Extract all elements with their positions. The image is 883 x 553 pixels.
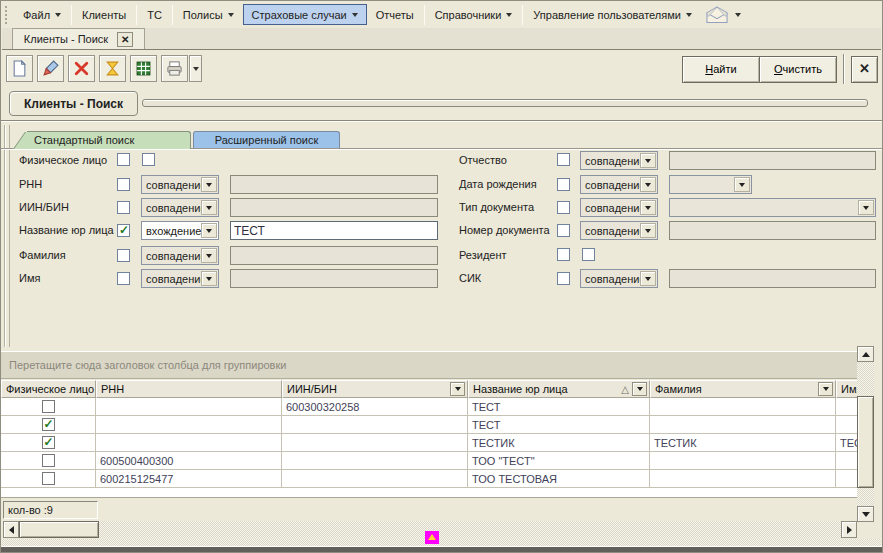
column-header-family[interactable]: Фамилия xyxy=(650,380,836,398)
scroll-up-button[interactable] xyxy=(857,346,874,362)
mail-menu-button[interactable] xyxy=(705,6,741,24)
clear-button[interactable]: Очистить xyxy=(759,56,837,83)
column-header-rnn[interactable]: РНН xyxy=(96,380,282,398)
sik-match-select[interactable]: совпадение xyxy=(580,269,658,288)
tab-standard-search[interactable]: Стандартный поиск xyxy=(27,131,191,149)
column-filter-button[interactable] xyxy=(632,382,647,396)
close-tab-icon[interactable]: ✕ xyxy=(117,32,133,47)
delete-record-button[interactable] xyxy=(68,55,95,82)
column-filter-button[interactable] xyxy=(450,382,465,396)
edit-record-button[interactable] xyxy=(37,55,64,82)
rnn-enable-checkbox[interactable] xyxy=(117,178,130,191)
iin-bin-match-select[interactable]: совпадение xyxy=(141,198,219,217)
family-input[interactable] xyxy=(230,246,438,265)
scroll-down-button[interactable] xyxy=(857,506,874,522)
divider xyxy=(1,120,882,122)
chevron-down-icon[interactable] xyxy=(201,200,217,215)
birthdate-picker[interactable] xyxy=(669,175,752,194)
row-checkbox[interactable] xyxy=(42,418,55,431)
print-dropdown-button[interactable] xyxy=(189,55,202,82)
imya-enable-checkbox[interactable] xyxy=(117,272,130,285)
chevron-down-icon[interactable] xyxy=(640,200,656,215)
jur-name-input[interactable] xyxy=(231,222,437,239)
chevron-down-icon[interactable] xyxy=(201,248,217,263)
birthdate-enable-checkbox[interactable] xyxy=(557,178,570,191)
chevron-down-icon[interactable] xyxy=(640,223,656,238)
menu-item-user-management[interactable]: Управление пользователями xyxy=(524,4,701,25)
table-row[interactable]: 600215125477 ТОО ТЕСТОВАЯ xyxy=(1,470,858,488)
row-checkbox[interactable] xyxy=(42,400,55,413)
table-row[interactable]: 600300320258 ТЕСТ xyxy=(1,398,858,416)
chevron-down-icon[interactable] xyxy=(201,177,217,192)
print-button[interactable] xyxy=(161,55,188,82)
export-excel-button[interactable] xyxy=(130,55,157,82)
imya-input[interactable] xyxy=(230,269,438,288)
jur-name-enable-checkbox[interactable] xyxy=(117,224,130,237)
iin-bin-enable-checkbox[interactable] xyxy=(117,201,130,214)
iin-bin-input[interactable] xyxy=(230,198,438,217)
refresh-button[interactable] xyxy=(99,55,126,82)
birthdate-match-select[interactable]: совпадение xyxy=(580,175,658,194)
doc-type-match-select[interactable]: совпадение xyxy=(580,198,658,217)
chevron-down-icon[interactable] xyxy=(201,223,217,238)
resident-value-checkbox[interactable] xyxy=(582,248,595,261)
column-header-iin[interactable]: ИИН/БИН xyxy=(282,380,468,398)
otchestvo-enable-checkbox[interactable] xyxy=(557,153,570,166)
table-row[interactable]: ТЕСТ xyxy=(1,416,858,434)
chevron-down-icon[interactable] xyxy=(734,177,750,192)
horizontal-scroll-thumb[interactable] xyxy=(19,521,99,538)
doc-type-select[interactable] xyxy=(669,198,876,217)
toolbar-grip[interactable] xyxy=(5,6,9,24)
column-header-name[interactable]: Название юр лица △ xyxy=(468,380,650,398)
doc-number-input[interactable] xyxy=(669,221,876,240)
fiz-lico-value-checkbox[interactable] xyxy=(142,153,155,166)
sik-input[interactable] xyxy=(669,269,876,288)
jur-name-match-select[interactable]: вхождение xyxy=(141,221,219,240)
menu-item-file[interactable]: Файл xyxy=(14,4,70,25)
row-checkbox[interactable] xyxy=(42,472,55,485)
chevron-down-icon[interactable] xyxy=(640,153,656,168)
table-row[interactable]: 600500400300 ТОО "ТЕСТ" xyxy=(1,452,858,470)
tab-clients-search[interactable]: Клиенты - Поиск ✕ xyxy=(12,28,145,49)
find-button[interactable]: Найти xyxy=(682,56,760,83)
column-header-imya[interactable]: Имя xyxy=(836,380,858,398)
otchestvo-match-select[interactable]: совпадение xyxy=(580,151,658,170)
chevron-down-icon[interactable] xyxy=(640,177,656,192)
close-view-button[interactable]: ✕ xyxy=(851,56,878,83)
resident-enable-checkbox[interactable] xyxy=(557,248,570,261)
row-checkbox[interactable] xyxy=(42,436,55,449)
scroll-left-button[interactable] xyxy=(3,521,19,538)
horizontal-splitter[interactable] xyxy=(142,99,868,107)
family-match-select[interactable]: совпадение xyxy=(141,246,219,265)
menu-item-insurance-cases[interactable]: Страховые случаи xyxy=(243,4,367,25)
doc-number-enable-checkbox[interactable] xyxy=(557,224,570,237)
chevron-down-icon[interactable] xyxy=(858,200,874,215)
vertical-scroll-thumb[interactable] xyxy=(857,396,874,488)
vertical-splitter[interactable] xyxy=(4,125,10,347)
chevron-down-icon[interactable] xyxy=(640,271,656,286)
doc-number-match-select[interactable]: совпадение xyxy=(580,221,658,240)
column-header-fiz[interactable]: Физическое лицо xyxy=(1,380,96,398)
menu-item-clients[interactable]: Клиенты xyxy=(73,4,135,25)
scroll-right-button[interactable] xyxy=(841,521,857,538)
chevron-down-icon[interactable] xyxy=(201,271,217,286)
menu-item-directories[interactable]: Справочники xyxy=(426,4,522,25)
group-by-panel[interactable]: Перетащите сюда заголовок столбца для гр… xyxy=(1,351,857,379)
menu-item-ts[interactable]: ТС xyxy=(138,4,171,25)
table-row[interactable]: ТЕСТИК ТЕСТИК ТЕСТ xyxy=(1,434,858,452)
vertical-scrollbar[interactable] xyxy=(857,346,874,522)
doc-type-enable-checkbox[interactable] xyxy=(557,201,570,214)
rnn-input[interactable] xyxy=(230,175,438,194)
sik-enable-checkbox[interactable] xyxy=(557,272,570,285)
tab-advanced-search[interactable]: Расширенный поиск xyxy=(193,131,340,149)
column-filter-button[interactable] xyxy=(818,382,833,396)
rnn-match-select[interactable]: совпадение xyxy=(141,175,219,194)
otchestvo-input[interactable] xyxy=(669,151,876,170)
imya-match-select[interactable]: совпадение xyxy=(141,269,219,288)
row-checkbox[interactable] xyxy=(42,454,55,467)
fiz-lico-enable-checkbox[interactable] xyxy=(117,153,130,166)
menu-item-reports[interactable]: Отчеты xyxy=(367,4,423,25)
new-record-button[interactable] xyxy=(6,55,33,82)
menu-item-policies[interactable]: Полисы xyxy=(174,4,243,25)
family-enable-checkbox[interactable] xyxy=(117,249,130,262)
